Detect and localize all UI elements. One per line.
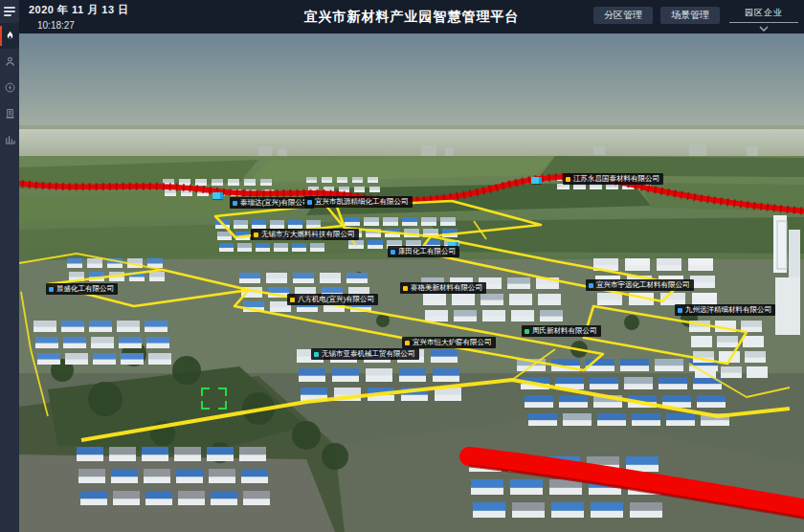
person-icon	[5, 56, 15, 67]
company-tag-label: 八方机电(宜兴)有限公司	[298, 294, 374, 305]
company-tag[interactable]: 无锡市方大燃料科技有限公司	[251, 229, 359, 240]
company-tag[interactable]: 九州远洋精细材料有限公司	[675, 304, 775, 316]
company-marker-icon	[254, 233, 258, 237]
company-marker-icon	[678, 308, 682, 313]
sidebar-item-power[interactable]	[0, 75, 19, 100]
partition-manage-button[interactable]: 分区管理	[593, 7, 653, 24]
company-tag[interactable]: 宜兴市凯源精细化工有限公司	[304, 196, 413, 208]
dropdown-underline	[729, 22, 798, 23]
chevron-down-icon	[759, 26, 769, 32]
company-tag-label: 九州远洋精细材料有限公司	[685, 304, 771, 316]
enterprise-dropdown-label: 园区企业	[745, 8, 783, 17]
company-tag[interactable]: 八方机电(宜兴)有限公司	[287, 294, 378, 305]
enterprise-dropdown[interactable]: 园区企业	[729, 2, 798, 32]
company-marker-icon	[290, 298, 295, 302]
flame-icon	[5, 31, 15, 41]
company-tag-label: 康田化工有限公司	[398, 246, 456, 257]
scene-manage-button[interactable]: 场景管理	[660, 7, 720, 24]
company-tag-label: 宜兴市宇远化工材料有限公司	[596, 279, 690, 291]
page-title: 宜兴市新材料产业园智慧管理平台	[304, 9, 520, 26]
header-actions: 分区管理 场景管理 园区企业	[590, 0, 798, 33]
company-marker-icon	[314, 352, 319, 357]
truck-marker	[212, 192, 223, 199]
company-tag-label: 宜兴市恒大炉窑有限公司	[413, 337, 492, 348]
company-tag[interactable]: 晨盛化工有限公司	[46, 283, 118, 295]
company-tag-label: 泰瑞达(宜兴)有限公司	[240, 197, 310, 209]
building-icon	[5, 108, 15, 119]
datetime: 2020 年 11 月 13 日 10:18:27	[29, 3, 129, 31]
hamburger-menu-icon[interactable]	[4, 7, 15, 16]
company-marker-icon	[307, 200, 312, 205]
company-tag-label: 宜兴市凯源精细化工有限公司	[315, 196, 409, 208]
company-marker-icon	[589, 283, 593, 288]
selection-brackets	[201, 388, 227, 410]
truck-marker	[531, 177, 542, 184]
factory-chart-icon	[5, 134, 15, 144]
time-label: 10:18:27	[37, 20, 129, 31]
company-tag-label: 无锡市亚泰机械工贸有限公司	[322, 348, 415, 360]
company-tag-label: 晨盛化工有限公司	[56, 283, 114, 295]
sidebar-nav	[0, 23, 19, 152]
date-label: 2020 年 11 月 13 日	[29, 3, 129, 17]
header: 2020 年 11 月 13 日 10:18:27 宜兴市新材料产业园智慧管理平…	[19, 0, 804, 33]
company-tag[interactable]: 江苏永昌国泰材料有限公司	[563, 173, 663, 185]
company-tag[interactable]: 无锡市亚泰机械工贸有限公司	[311, 348, 419, 360]
company-tag-label: 江苏永昌国泰材料有限公司	[573, 173, 659, 185]
company-marker-icon	[49, 287, 54, 292]
map-3d-view[interactable]: 泰瑞达(宜兴)有限公司宜兴市凯源精细化工有限公司无锡市方大燃料科技有限公司康田化…	[19, 33, 804, 532]
company-marker-icon	[403, 286, 408, 291]
company-tag[interactable]: 泰瑞达(宜兴)有限公司	[230, 197, 314, 209]
company-tag-label: 无锡市方大燃料科技有限公司	[261, 229, 355, 240]
lightning-icon	[5, 82, 15, 93]
company-marker-icon	[233, 201, 237, 206]
company-marker-icon	[566, 177, 570, 182]
company-marker-icon	[405, 341, 410, 345]
app-window: 2020 年 11 月 13 日 10:18:27 宜兴市新材料产业园智慧管理平…	[0, 0, 804, 532]
sidebar-item-enterprise[interactable]	[0, 100, 19, 126]
sidebar-item-statistics[interactable]	[0, 126, 19, 152]
company-tag[interactable]: 宜兴市恒大炉窑有限公司	[402, 337, 496, 348]
sidebar	[0, 0, 19, 532]
company-marker-icon	[525, 329, 529, 334]
sidebar-item-personnel[interactable]	[0, 49, 19, 75]
company-tag-label: 周氏新材料有限公司	[532, 325, 597, 337]
company-tag[interactable]: 周氏新材料有限公司	[522, 325, 601, 337]
sidebar-item-fire[interactable]	[0, 23, 19, 49]
company-tag[interactable]: 赛格美新材料有限公司	[400, 282, 486, 294]
company-tag-label: 赛格美新材料有限公司	[411, 282, 482, 294]
company-marker-icon	[391, 250, 395, 255]
company-tag[interactable]: 康田化工有限公司	[388, 246, 459, 257]
company-tag[interactable]: 宜兴市宇远化工材料有限公司	[586, 279, 694, 291]
